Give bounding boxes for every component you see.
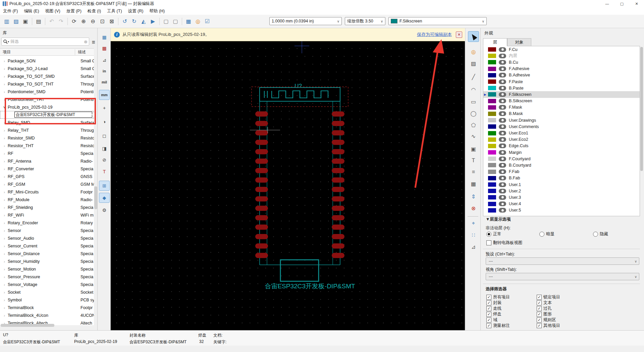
filter-测量标注[interactable]: ✓测量标注 — [486, 323, 510, 329]
smd-pad[interactable] — [332, 187, 344, 192]
expand-icon[interactable]: › — [2, 221, 7, 225]
preset-dropdown[interactable]: ---∨ — [486, 257, 639, 265]
tree-row[interactable]: ›Rotary_EncoderRotary — [0, 219, 94, 227]
layers-scrollbar[interactable] — [640, 47, 643, 171]
tree-row[interactable]: ›SocketSocket — [0, 288, 94, 296]
expand-icon[interactable]: › — [2, 144, 7, 148]
layer-color-swatch[interactable] — [488, 124, 496, 129]
smd-pad[interactable] — [255, 225, 268, 230]
radio-dim[interactable]: 暗显 — [539, 231, 554, 237]
expand-icon[interactable]: › — [2, 244, 7, 248]
toggle-grid-icon[interactable]: ▦ — [99, 32, 110, 42]
expand-icon[interactable]: › — [2, 283, 7, 287]
pad-numbers-icon[interactable]: T — [99, 167, 110, 177]
smd-pad[interactable] — [332, 215, 344, 221]
tree-row[interactable]: ›Sensor_CurrentSpecia — [0, 242, 94, 250]
library-name[interactable]: Sensor — [8, 228, 21, 233]
pad-array[interactable] — [255, 111, 344, 258]
maximize-button[interactable]: ▢ — [614, 0, 629, 7]
layer-row-user-1[interactable]: ▶User.1 — [483, 181, 640, 188]
library-name[interactable]: Sensor_Motion — [8, 267, 36, 272]
layer-name[interactable]: F.Mask — [509, 105, 522, 110]
pad-properties-icon[interactable]: ◎ — [194, 17, 202, 26]
smd-pad[interactable] — [255, 159, 268, 164]
viewport-dropdown[interactable]: ---∨ — [486, 273, 639, 280]
group-icon[interactable]: ▢ — [162, 17, 170, 26]
layer-name[interactable]: F.Courtyard — [509, 157, 531, 161]
library-name[interactable]: ProLib_pcs_2025-02-19 — [8, 105, 52, 110]
layer-visibility-eye-icon[interactable] — [499, 73, 506, 77]
layer-visibility-eye-icon[interactable] — [499, 92, 506, 97]
layer-row-user-4[interactable]: ▶User.4 — [483, 201, 640, 207]
smd-pad[interactable] — [332, 149, 344, 155]
tree-row[interactable]: ›RF_WiFiWiFi m — [0, 211, 94, 219]
layer-visibility-eye-icon[interactable] — [499, 157, 506, 161]
units-mil-icon[interactable]: mil — [99, 77, 110, 87]
circle-tool-icon[interactable]: ◯ — [468, 108, 479, 119]
library-name[interactable]: Package_SON — [8, 59, 36, 63]
pad-tool-icon[interactable]: ◎ — [468, 46, 479, 57]
zone-tool-icon[interactable]: ▨ — [468, 58, 479, 69]
layer-name[interactable]: User.3 — [509, 195, 521, 200]
layer-visibility-eye-icon[interactable] — [499, 163, 506, 168]
footprint-name-edit-input[interactable]: 合宙ESP32C3开发板-DIP&SMT — [14, 112, 92, 118]
pcb-canvas[interactable]: U? 合宙ESP32C3开发板-DI — [111, 41, 465, 330]
layer-visibility-eye-icon[interactable] — [499, 208, 506, 213]
expand-icon[interactable]: › — [2, 275, 7, 279]
tree-row[interactable]: ∨ProLib_pcs_2025-02-19 — [0, 103, 94, 111]
smd-pad[interactable] — [332, 243, 344, 249]
filter-封装[interactable]: ✓封装 — [486, 300, 501, 306]
filter-图形[interactable]: ✓图形 — [537, 311, 552, 317]
refresh-icon[interactable]: ⟳ — [70, 17, 78, 26]
zoom-combo[interactable]: 缩放倍数 3.50∨ — [345, 17, 385, 25]
expand-icon[interactable]: › — [2, 252, 7, 256]
select-tool-icon[interactable] — [468, 31, 479, 42]
smd-pad[interactable] — [332, 130, 344, 136]
library-name[interactable]: Package_TO_SOT_THT — [8, 82, 54, 86]
pad-sketch-icon[interactable]: ◻ — [99, 131, 110, 141]
expand-icon[interactable]: › — [2, 59, 7, 63]
layer-row-edge-cuts[interactable]: ▶Edge.Cuts — [483, 143, 640, 149]
layer-color-swatch[interactable] — [488, 99, 496, 103]
layer-visibility-eye-icon[interactable] — [499, 195, 506, 200]
smd-pad[interactable] — [255, 206, 268, 211]
layer-row-user-5[interactable]: ▶User.5 — [483, 207, 640, 214]
library-name[interactable]: Sensor_Humidity — [8, 259, 40, 264]
radio-normal[interactable]: 正常 — [486, 231, 501, 237]
layer-row-f-fab[interactable]: ▶F.Fab — [483, 169, 640, 175]
footprint-tree-icon[interactable]: ⊞ — [99, 181, 110, 191]
layer-row-f-cu[interactable]: ▶F.Cu — [483, 46, 640, 53]
library-name[interactable]: Resistor_SMD — [8, 136, 35, 140]
layer-visibility-eye-icon[interactable] — [499, 150, 506, 155]
layer-color-swatch[interactable] — [488, 163, 496, 167]
layer-name[interactable]: F.Fab — [509, 169, 519, 174]
collapse-icon[interactable]: ∨ — [2, 105, 7, 109]
layer-color-swatch[interactable] — [488, 208, 496, 213]
layer-color-swatch[interactable] — [488, 54, 496, 58]
filter-锁定项目[interactable]: ✓锁定项目 — [537, 294, 560, 300]
close-button[interactable]: ✕ — [629, 0, 644, 7]
ungroup-icon[interactable]: ▢ — [171, 17, 180, 26]
layer-visibility-eye-icon[interactable] — [499, 60, 506, 65]
library-name[interactable]: Sensor_Current — [8, 244, 37, 248]
library-name[interactable]: TerminalBlock — [8, 305, 34, 310]
menu-r[interactable]: 设置 (R) — [125, 7, 147, 15]
layer-name[interactable]: User.5 — [509, 208, 521, 213]
layer-name[interactable]: User.1 — [509, 182, 521, 187]
library-name[interactable]: Rotary_Encoder — [8, 221, 38, 225]
layer-color-swatch[interactable] — [488, 112, 496, 116]
layer-color-swatch[interactable] — [488, 118, 496, 122]
layer-visibility-eye-icon[interactable] — [499, 54, 506, 58]
active-layer-combo[interactable]: F.Silkscreen∨ — [388, 17, 487, 25]
layer-name[interactable]: B.Silkscreen — [509, 99, 532, 103]
tree-row[interactable]: ›Resistor_SMDResisto — [0, 134, 94, 142]
expand-icon[interactable]: › — [2, 90, 7, 94]
layer-row-内层[interactable]: ▶内层 — [483, 53, 640, 59]
expand-icon[interactable]: › — [2, 67, 7, 71]
text-sketch-icon[interactable]: ⊘ — [99, 155, 110, 165]
layer-row-f-mask[interactable]: ▶F.Mask — [483, 104, 640, 111]
layer-row-b-cu[interactable]: ▶B.Cu — [483, 59, 640, 65]
layer-row-f-adhesive[interactable]: ▶F.Adhesive — [483, 66, 640, 72]
expand-icon[interactable]: › — [2, 290, 7, 294]
tree-row[interactable]: ›TerminalBlock_4Ucon4UCON — [0, 311, 94, 319]
